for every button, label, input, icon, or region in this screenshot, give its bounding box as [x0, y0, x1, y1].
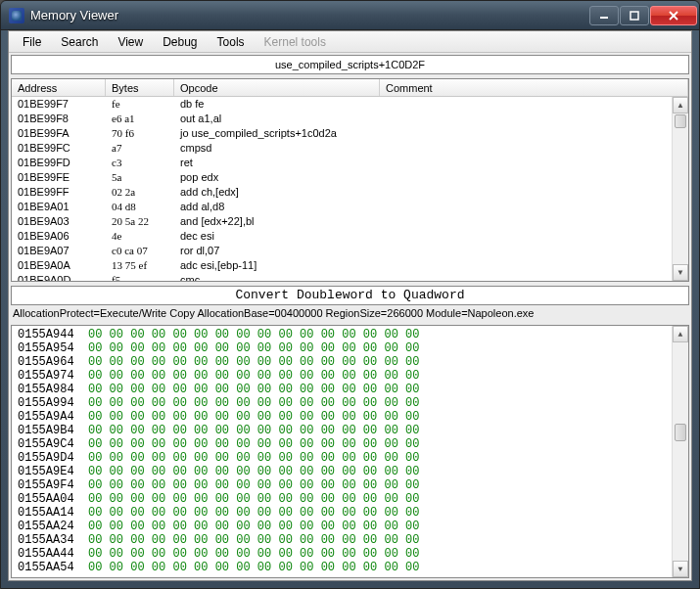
cell-address: 01BE99FF: [12, 185, 106, 200]
window-title: Memory Viewer: [30, 8, 589, 23]
hex-row[interactable]: 0155AA44 00 00 00 00 00 00 00 00 00 00 0…: [18, 547, 682, 561]
hex-bytes: 00 00 00 00 00 00 00 00 00 00 00 00 00 0…: [88, 478, 419, 492]
disasm-row[interactable]: 01BE99F8e6 a1out a1,al: [12, 112, 688, 126]
hex-row[interactable]: 0155A9F4 00 00 00 00 00 00 00 00 00 00 0…: [18, 478, 682, 492]
cell-address: 01BE9A01: [12, 200, 106, 214]
hex-bytes: 00 00 00 00 00 00 00 00 00 00 00 00 00 0…: [88, 355, 419, 369]
hex-bytes: 00 00 00 00 00 00 00 00 00 00 00 00 00 0…: [88, 561, 419, 574]
hex-address: 0155A9A4: [18, 410, 74, 424]
disasm-row[interactable]: 01BE9A0A13 75 efadc esi,[ebp-11]: [12, 258, 688, 273]
hex-bytes: 00 00 00 00 00 00 00 00 00 00 00 00 00 0…: [88, 465, 419, 478]
menu-debug[interactable]: Debug: [153, 33, 207, 51]
scroll-down-icon[interactable]: ▼: [673, 561, 688, 577]
col-opcode[interactable]: Opcode: [174, 79, 380, 96]
disasm-row[interactable]: 01BE99FF02 2aadd ch,[edx]: [12, 185, 688, 200]
hex-row[interactable]: 0155AA04 00 00 00 00 00 00 00 00 00 00 0…: [18, 492, 682, 506]
cell-opcode: pop edx: [174, 170, 688, 185]
hex-address: 0155A9C4: [18, 437, 74, 451]
maximize-button[interactable]: [620, 6, 649, 25]
hex-row[interactable]: 0155A9C4 00 00 00 00 00 00 00 00 00 00 0…: [18, 437, 682, 451]
cell-opcode: adc esi,[ebp-11]: [174, 258, 688, 273]
scroll-thumb[interactable]: [675, 424, 686, 441]
hex-row[interactable]: 0155A9A4 00 00 00 00 00 00 00 00 00 00 0…: [18, 410, 682, 424]
scroll-up-icon[interactable]: ▲: [673, 326, 688, 342]
hex-address: 0155A9E4: [18, 465, 74, 478]
hex-row[interactable]: 0155A974 00 00 00 00 00 00 00 00 00 00 0…: [18, 369, 682, 383]
hex-row[interactable]: 0155A9D4 00 00 00 00 00 00 00 00 00 00 0…: [18, 451, 682, 465]
cell-opcode: db fe: [174, 97, 688, 112]
col-address[interactable]: Address: [12, 79, 106, 96]
hex-bytes: 00 00 00 00 00 00 00 00 00 00 00 00 00 0…: [88, 451, 419, 465]
col-comment[interactable]: Comment: [380, 79, 688, 96]
menu-file[interactable]: File: [13, 33, 51, 51]
hex-row[interactable]: 0155AA54 00 00 00 00 00 00 00 00 00 00 0…: [18, 561, 682, 574]
hex-row[interactable]: 0155A994 00 00 00 00 00 00 00 00 00 00 0…: [18, 396, 682, 410]
hex-address: 0155AA14: [18, 506, 74, 520]
disasm-row[interactable]: 01BE9A064edec esi: [12, 229, 688, 244]
hex-rows[interactable]: 0155A944 00 00 00 00 00 00 00 00 00 00 0…: [12, 326, 688, 577]
hex-address: 0155AA24: [18, 520, 74, 533]
menubar: File Search View Debug Tools Kernel tool…: [9, 31, 691, 53]
disasm-row[interactable]: 01BE9A0104 d8add al,d8: [12, 200, 688, 214]
disasm-row[interactable]: 01BE99FE5apop edx: [12, 170, 688, 185]
hex-row[interactable]: 0155AA24 00 00 00 00 00 00 00 00 00 00 0…: [18, 520, 682, 533]
hex-address: 0155AA04: [18, 492, 74, 506]
scroll-up-icon[interactable]: ▲: [673, 97, 688, 113]
disassembly-pane[interactable]: Address Bytes Opcode Comment 01BE99F7fed…: [11, 78, 689, 282]
hex-address: 0155A9F4: [18, 478, 74, 492]
scrollbar-disasm[interactable]: ▲ ▼: [672, 97, 688, 281]
hex-row[interactable]: 0155AA14 00 00 00 00 00 00 00 00 00 00 0…: [18, 506, 682, 520]
menu-tools[interactable]: Tools: [208, 33, 255, 51]
disasm-row[interactable]: 01BE99FCa7cmpsd: [12, 141, 688, 156]
app-window: Memory Viewer File Search View Debug Too…: [0, 0, 700, 589]
hex-bytes: 00 00 00 00 00 00 00 00 00 00 00 00 00 0…: [88, 492, 419, 506]
disasm-row[interactable]: 01BE99F7fedb fe: [12, 97, 688, 112]
cell-bytes: 20 5a 22: [106, 214, 174, 229]
scroll-down-icon[interactable]: ▼: [673, 264, 688, 281]
hex-row[interactable]: 0155A9B4 00 00 00 00 00 00 00 00 00 00 0…: [18, 424, 682, 437]
hex-row[interactable]: 0155A944 00 00 00 00 00 00 00 00 00 00 0…: [18, 328, 682, 341]
cell-bytes: 04 d8: [106, 200, 174, 214]
disasm-row[interactable]: 01BE9A0Df5cmc: [12, 273, 688, 281]
disasm-row[interactable]: 01BE99FA70 f6jo use_compiled_scripts+1c0…: [12, 126, 688, 141]
cell-bytes: 13 75 ef: [106, 258, 174, 273]
col-bytes[interactable]: Bytes: [106, 79, 174, 96]
cell-bytes: f5: [106, 273, 174, 281]
disassembly-rows[interactable]: 01BE99F7fedb fe01BE99F8e6 a1out a1,al01B…: [12, 97, 688, 281]
cell-address: 01BE99FD: [12, 156, 106, 170]
cell-opcode: cmc: [174, 273, 688, 281]
hex-row[interactable]: 0155A964 00 00 00 00 00 00 00 00 00 00 0…: [18, 355, 682, 369]
close-button[interactable]: [650, 6, 697, 25]
cell-opcode: cmpsd: [174, 141, 688, 156]
hex-address: 0155AA54: [18, 561, 74, 574]
cell-opcode: dec esi: [174, 229, 688, 244]
minimize-button[interactable]: [589, 6, 619, 25]
hex-row[interactable]: 0155A984 00 00 00 00 00 00 00 00 00 00 0…: [18, 383, 682, 396]
cell-address: 01BE99FA: [12, 126, 106, 141]
hex-pane[interactable]: 0155A944 00 00 00 00 00 00 00 00 00 00 0…: [11, 325, 689, 578]
disasm-row[interactable]: 01BE9A07c0 ca 07ror dl,07: [12, 244, 688, 258]
scrollbar-hex[interactable]: ▲ ▼: [672, 326, 688, 577]
cell-address: 01BE99F8: [12, 112, 106, 126]
disasm-row[interactable]: 01BE9A0320 5a 22and [edx+22],bl: [12, 214, 688, 229]
client-area: File Search View Debug Tools Kernel tool…: [8, 30, 692, 581]
hex-bytes: 00 00 00 00 00 00 00 00 00 00 00 00 00 0…: [88, 533, 419, 547]
menu-view[interactable]: View: [108, 33, 153, 51]
titlebar[interactable]: Memory Viewer: [1, 1, 699, 30]
cell-opcode: ret: [174, 156, 688, 170]
hex-address: 0155A974: [18, 369, 74, 383]
location-bar[interactable]: use_compiled_scripts+1C0D2F: [11, 55, 689, 74]
scroll-thumb[interactable]: [675, 114, 686, 128]
hex-bytes: 00 00 00 00 00 00 00 00 00 00 00 00 00 0…: [88, 396, 419, 410]
hex-row[interactable]: 0155A9E4 00 00 00 00 00 00 00 00 00 00 0…: [18, 465, 682, 478]
disasm-row[interactable]: 01BE99FDc3ret: [12, 156, 688, 170]
hex-row[interactable]: 0155A954 00 00 00 00 00 00 00 00 00 00 0…: [18, 341, 682, 355]
hex-row[interactable]: 0155AA34 00 00 00 00 00 00 00 00 00 00 0…: [18, 533, 682, 547]
hex-address: 0155A994: [18, 396, 74, 410]
cell-address: 01BE9A0A: [12, 258, 106, 273]
menu-search[interactable]: Search: [51, 33, 108, 51]
cell-bytes: 5a: [106, 170, 174, 185]
cell-bytes: fe: [106, 97, 174, 112]
hex-address: 0155A964: [18, 355, 74, 369]
hex-address: 0155A954: [18, 341, 74, 355]
